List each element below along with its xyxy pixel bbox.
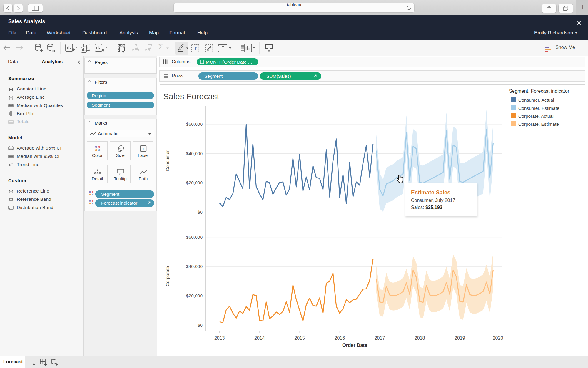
svg-text:$40,000: $40,000 bbox=[186, 151, 203, 156]
svg-text:$20,000: $20,000 bbox=[186, 180, 203, 185]
svg-text:$60,000: $60,000 bbox=[186, 122, 203, 127]
svg-text:2014: 2014 bbox=[254, 336, 265, 341]
svg-text:$40,000: $40,000 bbox=[186, 264, 203, 269]
svg-text:$0: $0 bbox=[198, 210, 203, 215]
svg-text:$60,000: $60,000 bbox=[186, 235, 203, 240]
svg-text:2016: 2016 bbox=[335, 336, 345, 341]
svg-text:T: T bbox=[142, 147, 145, 151]
svg-text:Order Date: Order Date bbox=[342, 342, 367, 348]
svg-text:$20,000: $20,000 bbox=[186, 293, 203, 298]
svg-text:2018: 2018 bbox=[415, 336, 425, 341]
svg-text:2017: 2017 bbox=[375, 336, 385, 341]
svg-text:2019: 2019 bbox=[455, 336, 465, 341]
svg-text:Corporate: Corporate bbox=[165, 266, 170, 286]
svg-text:T: T bbox=[194, 46, 196, 51]
svg-text:$0: $0 bbox=[198, 323, 203, 328]
svg-text:2015: 2015 bbox=[294, 336, 305, 341]
svg-text:Consumer: Consumer bbox=[165, 150, 170, 171]
svg-text:2020: 2020 bbox=[493, 336, 503, 341]
svg-text:2013: 2013 bbox=[214, 336, 225, 341]
